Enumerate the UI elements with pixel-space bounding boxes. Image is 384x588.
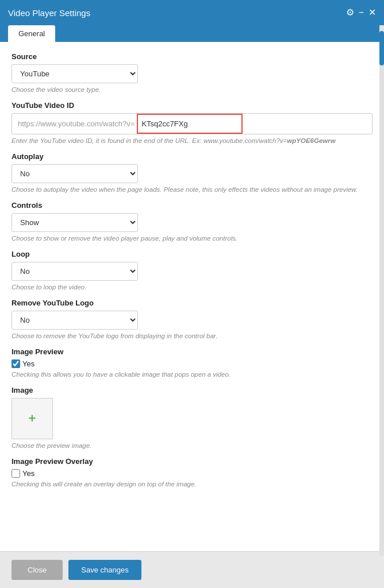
image-preview-check-label: Yes [22, 359, 34, 368]
window-title: Video Player Settings [8, 8, 90, 18]
image-preview-label: Image Preview [11, 347, 373, 356]
loop-label: Loop [11, 250, 373, 258]
image-overlay-checkbox-row: Yes [11, 469, 373, 478]
controls-field-group: Controls Show Hide Choose to show or rem… [11, 201, 373, 242]
remove-logo-field-group: Remove YouTube Logo No Yes Choose to rem… [11, 299, 373, 339]
loop-hint: Choose to loop the video. [11, 284, 373, 291]
youtube-id-prefix: https://www.youtube.com/watch?v= [12, 115, 137, 133]
youtube-id-input[interactable] [137, 114, 243, 134]
loop-select[interactable]: No Yes [11, 262, 138, 281]
autoplay-field-group: Autoplay No Yes Choose to autoplay the v… [11, 152, 373, 193]
source-field-group: Source YouTube Vimeo Self-Hosted Choose … [11, 52, 373, 93]
image-overlay-checkbox[interactable] [11, 469, 20, 478]
save-button[interactable]: Save changes [68, 560, 141, 580]
image-overlay-check-label: Yes [22, 469, 34, 478]
image-upload-box[interactable]: + [11, 398, 53, 439]
youtube-id-field-group: YouTube Video ID https://www.youtube.com… [11, 101, 373, 144]
source-select[interactable]: YouTube Vimeo Self-Hosted [11, 64, 138, 83]
tab-general[interactable]: General [8, 25, 55, 42]
tab-bar: General [0, 25, 384, 42]
controls-select[interactable]: Show Hide [11, 213, 138, 232]
image-overlay-hint: Checking this will create an overlay des… [11, 481, 373, 488]
close-button[interactable]: Close [11, 560, 63, 580]
image-preview-field-group: Image Preview Yes Checking this allows y… [11, 347, 373, 378]
youtube-id-hint-example: wpYOE6Gewrw [287, 137, 335, 144]
youtube-id-hint: Enter the YouTube video ID, it is found … [11, 137, 373, 144]
close-icon[interactable]: ✕ [368, 8, 376, 17]
image-add-icon: + [29, 412, 36, 425]
youtube-id-label: YouTube Video ID [11, 101, 373, 110]
autoplay-label: Autoplay [11, 152, 373, 161]
gear-icon[interactable]: ⚙ [346, 8, 354, 17]
scrollbar-thumb[interactable] [379, 31, 384, 65]
remove-logo-select[interactable]: No Yes [11, 311, 138, 330]
image-overlay-label: Image Preview Overlay [11, 457, 373, 466]
image-overlay-field-group: Image Preview Overlay Yes Checking this … [11, 457, 373, 488]
settings-content: Source YouTube Vimeo Self-Hosted Choose … [0, 42, 384, 551]
image-label: Image [11, 386, 373, 394]
image-preview-hint: Checking this allows you to have a click… [11, 371, 373, 378]
source-hint: Choose the video source type. [11, 86, 373, 93]
scrollbar-track[interactable] [379, 25, 384, 556]
youtube-id-input-wrapper: https://www.youtube.com/watch?v= [11, 113, 373, 134]
youtube-id-hint-text: Enter the YouTube video ID, it is found … [11, 137, 287, 144]
image-preview-checkbox-row: Yes [11, 359, 373, 368]
controls-hint: Choose to show or remove the video playe… [11, 235, 373, 242]
image-field-group: Image + Choose the preview image. [11, 386, 373, 449]
window-controls: ⚙ − ✕ [346, 8, 376, 17]
image-preview-checkbox[interactable] [11, 359, 20, 368]
autoplay-hint: Choose to autoplay the video when the pa… [11, 186, 373, 193]
title-bar: Video Player Settings ⚙ − ✕ [0, 0, 384, 25]
remove-logo-hint: Choose to remove the YouTube logo from d… [11, 332, 373, 339]
minimize-icon[interactable]: − [359, 8, 364, 17]
footer: Close Save changes [0, 551, 384, 588]
remove-logo-label: Remove YouTube Logo [11, 299, 373, 307]
controls-label: Controls [11, 201, 373, 210]
source-label: Source [11, 52, 373, 61]
image-hint: Choose the preview image. [11, 442, 373, 449]
loop-field-group: Loop No Yes Choose to loop the video. [11, 250, 373, 291]
autoplay-select[interactable]: No Yes [11, 164, 138, 183]
